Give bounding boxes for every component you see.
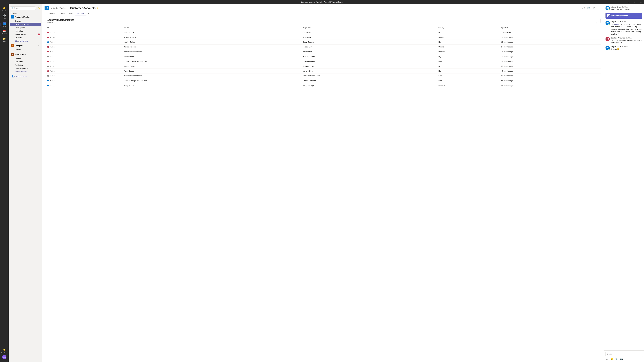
channel-fun-stuff[interactable]: Fun stuff: [10, 60, 41, 63]
ticket-updated-cell: 35 minutes ago: [500, 64, 600, 69]
table-row[interactable]: #12431 Refund Request Iva Rollins Urgent…: [46, 35, 600, 40]
ticket-updated-cell: 12 minutes ago: [500, 40, 600, 44]
online-indicator: [608, 24, 610, 25]
table-row[interactable]: #12426 Incorrect charge on credit card C…: [46, 59, 600, 64]
ticket-status-dot: [47, 85, 49, 86]
message-item: MS Miguel Silva 11:40 am Hi Daphne - The…: [606, 21, 642, 35]
search-input[interactable]: [14, 7, 34, 9]
message-time: 11:40 am: [622, 6, 628, 8]
channel-fourth-coffee-general[interactable]: General: [10, 57, 41, 60]
northwind-logo-icon: [45, 7, 48, 9]
search-box[interactable]: 🔍: [10, 6, 36, 10]
team-more-northwind[interactable]: ···: [38, 16, 40, 18]
tab-conversation[interactable]: Conversation: [44, 11, 59, 16]
message-avatar: MS: [606, 21, 610, 25]
channel-development[interactable]: Development: [10, 26, 41, 29]
nav-item-meetings[interactable]: 📅 Meetings: [0, 28, 8, 36]
breadcrumb-chevron: ›: [68, 7, 68, 9]
nav-rail: 🔔 Activity 💬 Chat 👥 Teams 📅 Meetings 📁 F…: [0, 4, 8, 362]
team-more-fourth-coffee[interactable]: ···: [38, 53, 40, 55]
channel-weekly-specials[interactable]: Weekly Specials: [10, 67, 41, 70]
message-header: Miguel Silva 11:40 am: [611, 21, 642, 23]
new-chat-button[interactable]: ✏️: [37, 6, 41, 10]
customer-accounts-card[interactable]: Z Customer Accounts: [606, 12, 642, 19]
channel-breadcrumb: Northwind Traders: [50, 7, 66, 9]
favorite-icon[interactable]: ★: [96, 7, 98, 9]
sidebar-content: Favorites N Northwind Traders ··· Genera…: [8, 11, 42, 362]
header-popout-icon[interactable]: ⬡: [592, 6, 596, 10]
header-conversation-icon[interactable]: 💬: [581, 6, 586, 10]
ticket-table: ID Subject Requester Priority Updated #1…: [46, 26, 600, 88]
table-row[interactable]: #12428 Product still hasn't arrived Will…: [46, 49, 600, 54]
channel-general[interactable]: General: [10, 19, 41, 23]
nav-bottom: 💡 Feedback MS: [0, 348, 8, 362]
team-header-fourth-coffee[interactable]: ☕ Fourth Coffee ···: [10, 52, 41, 57]
tab-wiki[interactable]: Wiki: [67, 11, 75, 16]
reply-input-placeholder[interactable]: Reply: [606, 352, 642, 356]
emoji-icon[interactable]: 🙂: [610, 358, 614, 361]
table-row[interactable]: #12425 Missing Delivery Tanisha Jenkins …: [46, 64, 600, 69]
message-list: MS Miguel Silva 11:40 am Tab conversatio…: [604, 4, 644, 351]
channel-marketing[interactable]: Marketing: [10, 29, 41, 33]
video-icon[interactable]: 📷: [620, 358, 623, 361]
header-more-options[interactable]: ···: [576, 6, 580, 10]
channel-website[interactable]: Website: [10, 36, 41, 39]
header-ellipsis-icon[interactable]: ···: [597, 6, 602, 10]
table-row[interactable]: #12429 Defected Goods Felecia Love Urgen…: [46, 44, 600, 49]
activity-icon: 🔔: [3, 6, 6, 10]
tab-zendesk[interactable]: Zendesk: [75, 11, 86, 16]
table-row[interactable]: #12424 Faulty Goods Lamont Sides High 47…: [46, 69, 600, 73]
team-more-designers[interactable]: ···: [38, 44, 40, 47]
ticket-requester-cell: Charlene Wade: [301, 59, 437, 64]
header-actions: ··· 💬 🔄 ⬡ ···: [576, 6, 602, 10]
nav-item-chat[interactable]: 💬 Chat: [0, 13, 8, 20]
table-row[interactable]: #12427 Delivery questions Greta Blackbur…: [46, 54, 600, 59]
message-item: MS Miguel Silva 11:40 am Tab conversatio…: [606, 6, 642, 10]
ticket-requester-cell: Becky Thompson: [301, 83, 437, 88]
ca-card[interactable]: Z Customer Accounts: [606, 13, 642, 19]
tab-files[interactable]: Files: [59, 11, 67, 16]
channel-more-fourth-coffee[interactable]: 4 more channels: [10, 70, 41, 73]
reply-actions: A 🙂 📎 📷: [606, 358, 642, 361]
format-icon[interactable]: A: [606, 358, 609, 361]
close-button[interactable]: ✕: [638, 0, 644, 4]
channel-designers-general[interactable]: General: [10, 48, 41, 51]
refresh-tickets-button[interactable]: ↻: [596, 19, 600, 23]
ticket-subject-cell: Defected Goods: [122, 44, 301, 49]
team-avatar-fourth-coffee: ☕: [11, 53, 14, 56]
maximize-button[interactable]: □: [632, 0, 638, 4]
user-avatar[interactable]: MS: [2, 355, 6, 359]
ticket-priority-cell: Medium: [437, 83, 500, 88]
ticket-requester-cell: Kenny Boyette: [301, 40, 437, 44]
nav-item-feedback[interactable]: 💡 Feedback: [0, 348, 8, 355]
create-team-icon: 👤+: [11, 75, 15, 77]
team-header-designers[interactable]: 🎨 Designers ···: [10, 43, 41, 48]
table-row[interactable]: #12422 Incorrect charge on credit card F…: [46, 78, 600, 83]
table-row[interactable]: #12423 Product still hasn't arrived Geor…: [46, 73, 600, 78]
nav-item-activity[interactable]: 🔔 Activity: [0, 5, 8, 13]
ticket-updated-cell: 20 minutes ago: [500, 54, 600, 59]
ticket-requester-cell: Georgina Blankenship: [301, 73, 437, 78]
message-item: DK Daphne Knowles 11:40 am Of course. I …: [606, 37, 642, 44]
message-avatar: MS: [606, 6, 610, 10]
team-avatar-designers: 🎨: [11, 44, 14, 47]
channel-more-northwind[interactable]: 32 more channels: [10, 39, 41, 43]
table-row[interactable]: #12421 Faulty Goods Becky Thompson Mediu…: [46, 83, 600, 88]
create-team-button[interactable]: 👤+ Create a team: [10, 74, 41, 78]
nav-item-teams[interactable]: 👥 Teams: [0, 21, 8, 28]
attach-icon[interactable]: 📎: [615, 358, 618, 361]
tab-add-button[interactable]: +: [86, 11, 90, 16]
table-row[interactable]: #12432 Faulty Goods Jan Hammond High 1 m…: [46, 30, 600, 35]
channel-customer-accounts[interactable]: Customer Accounts: [10, 23, 41, 26]
table-row[interactable]: #12430 Missing Delivery Kenny Boyette Hi…: [46, 40, 600, 44]
ticket-status-dot: [47, 36, 49, 38]
team-name-designers: Designers: [15, 45, 37, 47]
nav-item-files[interactable]: 📁 Files: [0, 36, 8, 43]
channel-social-media[interactable]: Social Media 2: [10, 33, 41, 36]
team-header-northwind[interactable]: N Northwind Traders ···: [10, 14, 41, 19]
feedback-icon: 💡: [3, 349, 6, 352]
channel-fourth-coffee-marketing[interactable]: Marketing: [10, 63, 41, 67]
header-refresh-icon[interactable]: 🔄: [586, 6, 591, 10]
team-name-northwind: Northwind Traders: [15, 16, 37, 18]
minimize-button[interactable]: —: [626, 0, 632, 4]
